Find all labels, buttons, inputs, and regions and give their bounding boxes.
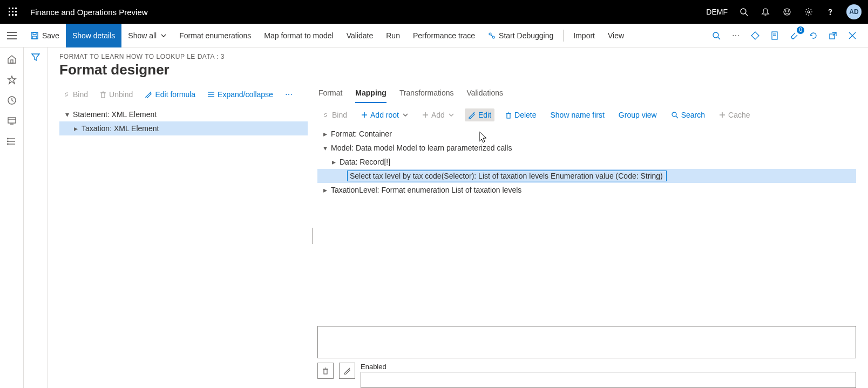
toolbar-search-icon[interactable] — [710, 30, 722, 42]
splitter[interactable] — [311, 84, 314, 388]
svg-rect-22 — [32, 36, 37, 39]
delete-button[interactable]: Delete — [502, 108, 539, 121]
popout-icon[interactable] — [827, 30, 839, 42]
show-details-label: Show details — [72, 31, 115, 40]
page-icon[interactable] — [769, 30, 781, 42]
start-debugging-button[interactable]: Start Debugging — [482, 24, 560, 47]
tree-node-model[interactable]: ▾ Model: Data model Model to learn param… — [317, 141, 856, 155]
filter-rail — [24, 47, 48, 388]
show-all-label: Show all — [128, 31, 157, 40]
edit-enabled-button[interactable] — [339, 363, 355, 379]
show-name-first-button[interactable]: Show name first — [547, 108, 607, 121]
attachments-badge: 0 — [797, 26, 804, 34]
refresh-icon[interactable] — [808, 30, 819, 42]
tree-node-data[interactable]: ▸ Data: Record[!] — [317, 155, 856, 169]
enabled-input[interactable] — [361, 372, 856, 388]
svg-rect-36 — [11, 60, 13, 63]
legal-entity[interactable]: DEMF — [706, 8, 728, 16]
svg-point-9 — [741, 9, 746, 14]
workspaces-icon[interactable] — [6, 115, 17, 126]
settings-icon[interactable] — [803, 6, 814, 17]
help-icon[interactable] — [825, 6, 836, 17]
more-icon[interactable]: ⋯ — [730, 30, 742, 42]
tree-node-taxationlevel[interactable]: ▸ TaxationLevel: Format enumeration List… — [317, 183, 856, 197]
tab-format[interactable]: Format — [318, 84, 342, 103]
recent-icon[interactable] — [6, 95, 17, 106]
svg-point-26 — [713, 32, 718, 38]
show-all-button[interactable]: Show all — [121, 24, 173, 47]
favorites-icon[interactable] — [6, 74, 17, 85]
more-actions-icon[interactable]: ⋯ — [282, 88, 296, 101]
validate-button[interactable]: Validate — [340, 24, 380, 47]
caret-right-icon: ▸ — [72, 124, 79, 133]
tab-transformations[interactable]: Transformations — [399, 84, 454, 103]
formula-textarea[interactable] — [317, 326, 856, 358]
mapping-bind-button: Bind — [318, 108, 350, 121]
caret-down-icon: ▾ — [321, 144, 329, 152]
performance-trace-button[interactable]: Performance trace — [406, 24, 482, 47]
close-icon[interactable] — [846, 30, 858, 42]
edit-formula-button[interactable]: Edit formula — [141, 88, 199, 101]
app-launcher-icon[interactable] — [0, 0, 26, 24]
show-details-button[interactable]: Show details — [66, 24, 121, 47]
svg-line-63 — [676, 116, 678, 118]
notifications-icon[interactable] — [760, 6, 771, 17]
svg-rect-5 — [15, 11, 17, 12]
feedback-icon[interactable] — [782, 6, 792, 17]
svg-marker-28 — [751, 32, 759, 39]
svg-rect-49 — [101, 93, 105, 98]
hamburger-icon[interactable] — [0, 24, 24, 47]
tree-node-selector[interactable]: Select tax level by tax code(Selector): … — [317, 169, 856, 183]
cache-button: Cache — [716, 108, 753, 121]
svg-rect-7 — [12, 14, 13, 16]
svg-point-23 — [489, 33, 491, 35]
tab-validations[interactable]: Validations — [467, 84, 503, 103]
svg-point-12 — [784, 9, 790, 15]
caret-right-icon: ▸ — [321, 130, 329, 138]
attachments-icon[interactable]: 0 — [788, 30, 800, 42]
filter-icon[interactable] — [31, 53, 40, 388]
edit-button[interactable]: Edit — [465, 108, 494, 121]
add-root-button[interactable]: Add root — [358, 108, 411, 121]
user-avatar[interactable]: AD — [846, 4, 862, 19]
expand-collapse-button[interactable]: Expand/collapse — [204, 88, 276, 101]
svg-point-47 — [7, 144, 8, 145]
run-button[interactable]: Run — [379, 24, 406, 47]
save-button[interactable]: Save — [24, 24, 66, 47]
cmdbar-separator — [563, 30, 564, 42]
svg-point-62 — [672, 112, 676, 117]
command-bar: Save Show details Show all Format enumer… — [0, 24, 868, 47]
svg-rect-1 — [12, 8, 13, 9]
delete-formula-button[interactable] — [317, 363, 334, 379]
diamond-icon[interactable] — [749, 30, 761, 42]
svg-line-25 — [491, 35, 493, 36]
group-view-button[interactable]: Group view — [615, 108, 660, 121]
svg-rect-21 — [33, 32, 36, 35]
page-title: Format designer — [59, 62, 856, 78]
svg-marker-37 — [8, 76, 16, 84]
tab-mapping[interactable]: Mapping — [355, 84, 386, 103]
tree-node-format-container[interactable]: ▸ Format: Container — [317, 127, 856, 141]
import-button[interactable]: Import — [567, 24, 601, 47]
svg-point-46 — [7, 141, 8, 142]
mapping-search-button[interactable]: Search — [668, 108, 708, 121]
svg-point-45 — [7, 138, 8, 139]
enabled-label: Enabled — [361, 363, 856, 371]
view-button[interactable]: View — [601, 24, 630, 47]
tree-node-statement[interactable]: ▾ Statement: XML Element — [59, 107, 308, 121]
bind-button: Bind — [59, 88, 91, 101]
map-format-to-model-button[interactable]: Map format to model — [257, 24, 340, 47]
add-button: Add — [419, 108, 457, 121]
home-icon[interactable] — [6, 54, 17, 65]
modules-icon[interactable] — [6, 136, 17, 147]
tree-node-taxation[interactable]: ▸ Taxation: XML Element — [59, 121, 308, 135]
svg-rect-8 — [15, 14, 17, 16]
format-toolbar: Bind Unbind Edit formula Expand/collapse — [59, 84, 308, 105]
svg-rect-6 — [9, 14, 10, 16]
debug-icon — [488, 32, 496, 39]
svg-rect-0 — [9, 8, 10, 9]
save-label: Save — [42, 31, 59, 40]
format-enumerations-button[interactable]: Format enumerations — [173, 24, 257, 47]
svg-line-27 — [718, 37, 720, 39]
search-icon[interactable] — [738, 6, 749, 17]
